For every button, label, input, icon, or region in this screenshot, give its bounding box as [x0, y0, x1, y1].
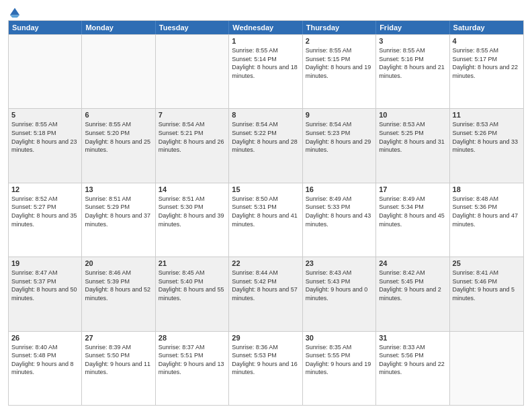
day-number: 23 — [306, 259, 373, 267]
calendar-cell: 6Sunrise: 8:55 AM Sunset: 5:20 PM Daylig… — [82, 109, 155, 182]
day-info: Sunrise: 8:45 AM Sunset: 5:40 PM Dayligh… — [159, 269, 226, 302]
calendar-cell: 15Sunrise: 8:50 AM Sunset: 5:31 PM Dayli… — [229, 183, 302, 257]
calendar-cell: 22Sunrise: 8:44 AM Sunset: 5:42 PM Dayli… — [229, 257, 302, 330]
day-info: Sunrise: 8:47 AM Sunset: 5:37 PM Dayligh… — [11, 269, 79, 302]
calendar-cell: 19Sunrise: 8:47 AM Sunset: 5:37 PM Dayli… — [9, 257, 82, 330]
calendar-cell: 16Sunrise: 8:49 AM Sunset: 5:33 PM Dayli… — [303, 183, 376, 257]
calendar-cell: 28Sunrise: 8:37 AM Sunset: 5:51 PM Dayli… — [156, 332, 229, 405]
day-info: Sunrise: 8:35 AM Sunset: 5:55 PM Dayligh… — [306, 343, 373, 377]
weekday-header: Monday — [82, 21, 155, 34]
day-number: 16 — [306, 185, 373, 193]
calendar-cell: 21Sunrise: 8:45 AM Sunset: 5:40 PM Dayli… — [156, 257, 229, 330]
day-info: Sunrise: 8:49 AM Sunset: 5:34 PM Dayligh… — [379, 195, 446, 228]
weekday-header: Sunday — [9, 21, 82, 34]
calendar-cell: 23Sunrise: 8:43 AM Sunset: 5:43 PM Dayli… — [303, 257, 376, 330]
day-info: Sunrise: 8:55 AM Sunset: 5:16 PM Dayligh… — [379, 46, 446, 80]
day-info: Sunrise: 8:55 AM Sunset: 5:15 PM Dayligh… — [306, 46, 373, 80]
day-number: 9 — [306, 111, 373, 119]
calendar-body: 1Sunrise: 8:55 AM Sunset: 5:14 PM Daylig… — [9, 34, 523, 405]
svg-marker-0 — [10, 8, 19, 15]
day-info: Sunrise: 8:55 AM Sunset: 5:18 PM Dayligh… — [11, 120, 79, 154]
day-number: 11 — [453, 111, 521, 119]
day-number: 26 — [11, 334, 79, 342]
day-number: 10 — [379, 111, 446, 119]
logo — [8, 7, 21, 16]
calendar-cell: 12Sunrise: 8:52 AM Sunset: 5:27 PM Dayli… — [9, 183, 82, 257]
calendar-row: 1Sunrise: 8:55 AM Sunset: 5:14 PM Daylig… — [9, 34, 523, 108]
day-info: Sunrise: 8:53 AM Sunset: 5:26 PM Dayligh… — [453, 120, 521, 154]
calendar-cell: 20Sunrise: 8:46 AM Sunset: 5:39 PM Dayli… — [82, 257, 155, 330]
day-info: Sunrise: 8:54 AM Sunset: 5:22 PM Dayligh… — [232, 120, 299, 154]
calendar-row: 5Sunrise: 8:55 AM Sunset: 5:18 PM Daylig… — [9, 108, 523, 182]
day-number: 24 — [379, 259, 446, 267]
svg-marker-1 — [10, 15, 19, 18]
weekday-header: Thursday — [303, 21, 376, 34]
day-info: Sunrise: 8:50 AM Sunset: 5:31 PM Dayligh… — [232, 195, 299, 228]
logo-icon — [9, 7, 21, 19]
calendar-cell: 27Sunrise: 8:39 AM Sunset: 5:50 PM Dayli… — [82, 332, 155, 405]
day-info: Sunrise: 8:36 AM Sunset: 5:53 PM Dayligh… — [232, 343, 299, 377]
calendar-cell: 31Sunrise: 8:33 AM Sunset: 5:56 PM Dayli… — [376, 332, 449, 405]
calendar-cell: 24Sunrise: 8:42 AM Sunset: 5:45 PM Dayli… — [376, 257, 449, 330]
calendar: SundayMondayTuesdayWednesdayThursdayFrid… — [8, 20, 524, 406]
day-info: Sunrise: 8:51 AM Sunset: 5:30 PM Dayligh… — [159, 195, 226, 228]
calendar-cell: 25Sunrise: 8:41 AM Sunset: 5:46 PM Dayli… — [450, 257, 523, 330]
day-number: 12 — [11, 185, 79, 193]
day-info: Sunrise: 8:42 AM Sunset: 5:45 PM Dayligh… — [379, 269, 446, 302]
day-number: 22 — [232, 259, 299, 267]
day-info: Sunrise: 8:52 AM Sunset: 5:27 PM Dayligh… — [11, 195, 79, 228]
day-info: Sunrise: 8:55 AM Sunset: 5:14 PM Dayligh… — [232, 46, 299, 80]
calendar-row: 26Sunrise: 8:40 AM Sunset: 5:48 PM Dayli… — [9, 331, 523, 405]
day-number: 29 — [232, 334, 299, 342]
weekday-header: Wednesday — [229, 21, 302, 34]
calendar-cell: 14Sunrise: 8:51 AM Sunset: 5:30 PM Dayli… — [156, 183, 229, 257]
day-number: 21 — [159, 259, 226, 267]
calendar-cell: 4Sunrise: 8:55 AM Sunset: 5:17 PM Daylig… — [450, 35, 523, 108]
day-number: 6 — [85, 111, 152, 119]
page-container: SundayMondayTuesdayWednesdayThursdayFrid… — [0, 0, 532, 411]
calendar-cell: 3Sunrise: 8:55 AM Sunset: 5:16 PM Daylig… — [376, 35, 449, 108]
day-number: 13 — [85, 185, 152, 193]
page-header — [8, 7, 524, 16]
day-number: 19 — [11, 259, 79, 267]
calendar-row: 12Sunrise: 8:52 AM Sunset: 5:27 PM Dayli… — [9, 183, 523, 257]
day-number: 7 — [159, 111, 226, 119]
calendar-cell — [82, 35, 155, 108]
calendar-row: 19Sunrise: 8:47 AM Sunset: 5:37 PM Dayli… — [9, 257, 523, 330]
day-number: 28 — [159, 334, 226, 342]
day-number: 1 — [232, 37, 299, 45]
day-number: 30 — [306, 334, 373, 342]
day-number: 4 — [453, 37, 521, 45]
day-info: Sunrise: 8:49 AM Sunset: 5:33 PM Dayligh… — [306, 195, 373, 228]
calendar-cell: 2Sunrise: 8:55 AM Sunset: 5:15 PM Daylig… — [303, 35, 376, 108]
calendar-cell: 26Sunrise: 8:40 AM Sunset: 5:48 PM Dayli… — [9, 332, 82, 405]
calendar-cell: 7Sunrise: 8:54 AM Sunset: 5:21 PM Daylig… — [156, 109, 229, 182]
day-number: 5 — [11, 111, 79, 119]
day-info: Sunrise: 8:54 AM Sunset: 5:21 PM Dayligh… — [159, 120, 226, 154]
day-info: Sunrise: 8:39 AM Sunset: 5:50 PM Dayligh… — [85, 343, 152, 377]
calendar-cell: 11Sunrise: 8:53 AM Sunset: 5:26 PM Dayli… — [450, 109, 523, 182]
calendar-cell: 17Sunrise: 8:49 AM Sunset: 5:34 PM Dayli… — [376, 183, 449, 257]
day-info: Sunrise: 8:33 AM Sunset: 5:56 PM Dayligh… — [379, 343, 446, 377]
day-number: 15 — [232, 185, 299, 193]
calendar-cell: 1Sunrise: 8:55 AM Sunset: 5:14 PM Daylig… — [229, 35, 302, 108]
day-info: Sunrise: 8:51 AM Sunset: 5:29 PM Dayligh… — [85, 195, 152, 228]
day-info: Sunrise: 8:48 AM Sunset: 5:36 PM Dayligh… — [453, 195, 521, 228]
day-info: Sunrise: 8:55 AM Sunset: 5:20 PM Dayligh… — [85, 120, 152, 154]
day-number: 2 — [306, 37, 373, 45]
calendar-cell: 13Sunrise: 8:51 AM Sunset: 5:29 PM Dayli… — [82, 183, 155, 257]
calendar-cell: 29Sunrise: 8:36 AM Sunset: 5:53 PM Dayli… — [229, 332, 302, 405]
calendar-cell: 9Sunrise: 8:54 AM Sunset: 5:23 PM Daylig… — [303, 109, 376, 182]
day-info: Sunrise: 8:44 AM Sunset: 5:42 PM Dayligh… — [232, 269, 299, 302]
day-number: 27 — [85, 334, 152, 342]
calendar-cell — [9, 35, 82, 108]
calendar-cell — [450, 332, 523, 405]
day-number: 18 — [453, 185, 521, 193]
calendar-header: SundayMondayTuesdayWednesdayThursdayFrid… — [9, 21, 523, 34]
day-number: 14 — [159, 185, 226, 193]
day-info: Sunrise: 8:53 AM Sunset: 5:25 PM Dayligh… — [379, 120, 446, 154]
day-info: Sunrise: 8:54 AM Sunset: 5:23 PM Dayligh… — [306, 120, 373, 154]
day-info: Sunrise: 8:37 AM Sunset: 5:51 PM Dayligh… — [159, 343, 226, 377]
day-number: 25 — [453, 259, 521, 267]
day-info: Sunrise: 8:40 AM Sunset: 5:48 PM Dayligh… — [11, 343, 79, 377]
